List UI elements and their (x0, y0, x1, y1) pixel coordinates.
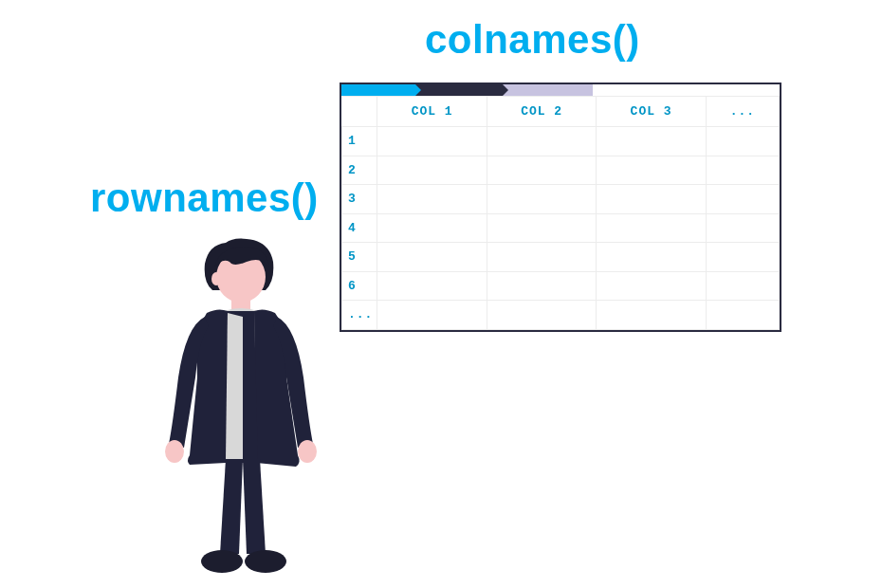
cell (487, 185, 596, 214)
corner-cell (342, 97, 377, 127)
svg-point-1 (211, 272, 221, 285)
row-header: 3 (342, 185, 377, 214)
row-header: 6 (342, 271, 377, 301)
cell (487, 301, 596, 330)
cell (706, 185, 779, 214)
table-row: 1 (342, 127, 780, 156)
table-row: 2 (342, 156, 780, 185)
cell (377, 301, 487, 330)
cell (487, 127, 596, 156)
rownames-label: rownames() (90, 175, 319, 221)
cell (706, 243, 779, 272)
svg-point-4 (298, 440, 317, 463)
cell (706, 271, 779, 301)
cell (377, 243, 487, 272)
tab-strip (341, 84, 780, 96)
cell (487, 243, 596, 272)
cell (377, 156, 487, 185)
row-header: 1 (342, 127, 377, 156)
tab-segment-3 (503, 84, 593, 96)
person-svg (152, 235, 341, 586)
col-header: COL 1 (377, 97, 487, 127)
cell (597, 301, 706, 330)
row-header: ... (342, 301, 377, 330)
tab-fill (593, 84, 780, 96)
col-header: COL 2 (487, 97, 596, 127)
table-row: 4 (342, 213, 780, 243)
cell (597, 127, 706, 156)
data-table: COL 1 COL 2 COL 3 ... 1 2 3 (341, 96, 780, 330)
table-row: 6 (342, 271, 780, 301)
table-row: 5 (342, 243, 780, 272)
row-header: 2 (342, 156, 377, 185)
row-header: 4 (342, 213, 377, 243)
cell (706, 301, 779, 330)
header-row: COL 1 COL 2 COL 3 ... (342, 97, 780, 127)
cell (487, 156, 596, 185)
cell (377, 185, 487, 214)
cell (597, 185, 706, 214)
svg-point-5 (201, 550, 243, 573)
cell (487, 271, 596, 301)
row-header: 5 (342, 243, 377, 272)
cell (597, 271, 706, 301)
cell (597, 156, 706, 185)
cell (597, 213, 706, 243)
colnames-label: colnames() (425, 17, 640, 63)
cell (377, 271, 487, 301)
col-header: ... (706, 97, 779, 127)
table-row: ... (342, 301, 780, 330)
col-header: COL 3 (597, 97, 706, 127)
svg-point-3 (165, 440, 184, 463)
cell (487, 213, 596, 243)
tab-segment-1 (341, 84, 415, 96)
cell (706, 127, 779, 156)
cell (706, 156, 779, 185)
data-table-container: COL 1 COL 2 COL 3 ... 1 2 3 (340, 83, 781, 332)
cell (706, 213, 779, 243)
cell (377, 213, 487, 243)
cell (377, 127, 487, 156)
table-row: 3 (342, 185, 780, 214)
cell (597, 243, 706, 272)
svg-point-6 (245, 550, 286, 573)
tab-segment-2 (415, 84, 503, 96)
person-illustration (152, 235, 341, 586)
